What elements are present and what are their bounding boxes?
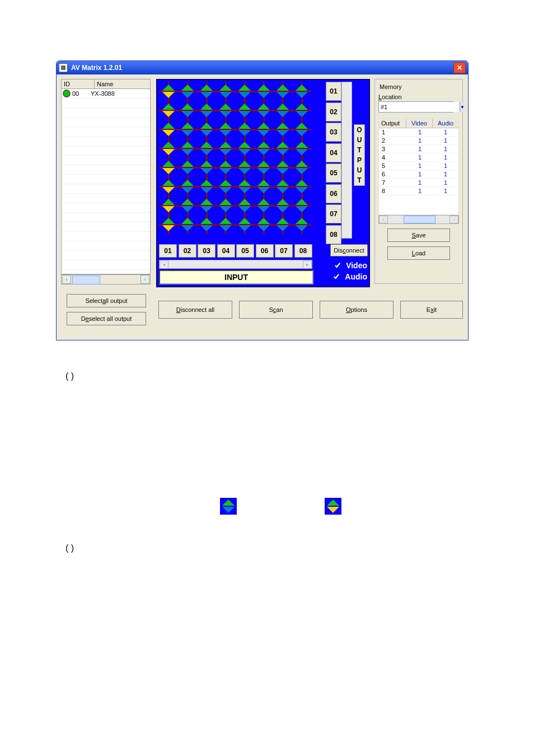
matrix-node[interactable] <box>235 196 254 215</box>
device-list-hscroll[interactable]: ‹ › <box>61 274 151 284</box>
memory-row[interactable]: 811 <box>379 187 458 195</box>
matrix-node[interactable] <box>292 139 311 158</box>
output-label[interactable]: 06 <box>326 184 341 203</box>
matrix-node[interactable] <box>254 196 273 215</box>
matrix-node[interactable] <box>197 139 216 158</box>
matrix-node[interactable] <box>216 158 235 177</box>
input-label[interactable]: 04 <box>217 244 235 258</box>
matrix-node[interactable] <box>235 215 254 234</box>
matrix-node[interactable] <box>292 177 311 196</box>
scroll-left-icon[interactable]: ‹ <box>379 216 388 223</box>
input-label[interactable]: 05 <box>236 244 254 258</box>
dropdown-icon[interactable]: ▼ <box>460 102 465 112</box>
matrix-node[interactable] <box>197 158 216 177</box>
matrix-node[interactable] <box>254 101 273 120</box>
matrix-node[interactable] <box>216 82 235 101</box>
matrix-node[interactable] <box>197 101 216 120</box>
select-all-output-button[interactable]: Select all output <box>67 294 146 307</box>
matrix-node[interactable] <box>273 158 292 177</box>
matrix-node[interactable] <box>159 196 178 215</box>
memory-row[interactable]: 111 <box>379 128 458 137</box>
memory-row[interactable]: 511 <box>379 162 458 170</box>
matrix-node[interactable] <box>178 215 197 234</box>
output-label[interactable]: 01 <box>326 82 341 101</box>
save-button[interactable]: Save <box>387 228 450 242</box>
output-label[interactable]: 05 <box>326 164 341 183</box>
exit-button[interactable]: Exit <box>400 301 463 319</box>
input-label[interactable]: 07 <box>275 244 293 258</box>
scan-button[interactable]: Scan <box>239 301 313 319</box>
location-input[interactable] <box>379 102 460 112</box>
col-id[interactable]: ID <box>62 80 95 88</box>
matrix-node[interactable] <box>178 139 197 158</box>
matrix-node[interactable] <box>159 215 178 234</box>
matrix-node[interactable] <box>197 120 216 139</box>
output-label[interactable]: 02 <box>326 102 341 122</box>
audio-checkbox[interactable]: Audio <box>330 271 367 282</box>
input-label[interactable]: 01 <box>159 244 177 258</box>
matrix-node[interactable] <box>159 82 178 101</box>
matrix-node[interactable] <box>178 101 197 120</box>
matrix-node[interactable] <box>254 139 273 158</box>
matrix-node[interactable] <box>216 177 235 196</box>
list-row[interactable]: 00 YX-3088 <box>62 89 150 99</box>
matrix-node[interactable] <box>254 215 273 234</box>
col-name[interactable]: Name <box>95 80 150 88</box>
matrix-node[interactable] <box>273 82 292 101</box>
matrix-node[interactable] <box>178 82 197 101</box>
matrix-node[interactable] <box>159 139 178 158</box>
matrix-node[interactable] <box>197 215 216 234</box>
location-combo[interactable]: ▼ <box>378 101 453 113</box>
matrix-node[interactable] <box>216 196 235 215</box>
matrix-node[interactable] <box>197 196 216 215</box>
matrix-node[interactable] <box>159 158 178 177</box>
output-label[interactable]: 07 <box>326 204 341 223</box>
matrix-node[interactable] <box>292 82 311 101</box>
matrix-node[interactable] <box>235 177 254 196</box>
options-button[interactable]: Options <box>320 301 394 319</box>
memory-row[interactable]: 411 <box>379 153 458 162</box>
matrix-node[interactable] <box>254 177 273 196</box>
matrix-node[interactable] <box>273 215 292 234</box>
memory-row[interactable]: 611 <box>379 170 458 179</box>
matrix-node[interactable] <box>273 177 292 196</box>
matrix-node[interactable] <box>273 196 292 215</box>
matrix-node[interactable] <box>273 120 292 139</box>
input-hscroll[interactable]: ◂ ▸ <box>159 260 312 269</box>
close-button[interactable]: ✕ <box>453 62 466 73</box>
disconnect-all-button[interactable]: Disconnect all <box>158 301 232 319</box>
load-button[interactable]: Load <box>387 246 450 260</box>
memory-row[interactable]: 311 <box>379 145 458 153</box>
input-label[interactable]: 08 <box>294 244 312 258</box>
matrix-node[interactable] <box>197 82 216 101</box>
matrix-node[interactable] <box>292 215 311 234</box>
input-label[interactable]: 06 <box>256 244 274 258</box>
matrix-node[interactable] <box>235 82 254 101</box>
matrix-node[interactable] <box>178 120 197 139</box>
col-video[interactable]: Video <box>406 119 433 128</box>
matrix-node[interactable] <box>292 120 311 139</box>
matrix-node[interactable] <box>254 120 273 139</box>
output-vscroll[interactable] <box>341 82 352 239</box>
device-list-body[interactable]: 00 YX-3088 <box>61 89 151 274</box>
matrix-node[interactable] <box>216 215 235 234</box>
video-checkbox[interactable]: Video <box>331 260 367 271</box>
matrix-node[interactable] <box>178 158 197 177</box>
matrix-node[interactable] <box>197 177 216 196</box>
output-label[interactable]: 04 <box>326 143 341 162</box>
matrix-node[interactable] <box>178 177 197 196</box>
scroll-right-icon[interactable]: › <box>449 216 458 223</box>
memory-row[interactable]: 211 <box>379 137 458 145</box>
matrix-node[interactable] <box>159 101 178 120</box>
scroll-left-icon[interactable]: ‹ <box>62 275 71 284</box>
scroll-left-icon[interactable]: ◂ <box>160 260 168 269</box>
matrix-node[interactable] <box>273 139 292 158</box>
matrix-node[interactable] <box>216 120 235 139</box>
matrix-node[interactable] <box>159 177 178 196</box>
matrix-node[interactable] <box>235 158 254 177</box>
matrix-node[interactable] <box>159 120 178 139</box>
matrix-node[interactable] <box>273 101 292 120</box>
matrix-node[interactable] <box>178 196 197 215</box>
disconnect-button[interactable]: Disconnect <box>330 244 368 256</box>
memory-row[interactable]: 711 <box>379 179 458 187</box>
